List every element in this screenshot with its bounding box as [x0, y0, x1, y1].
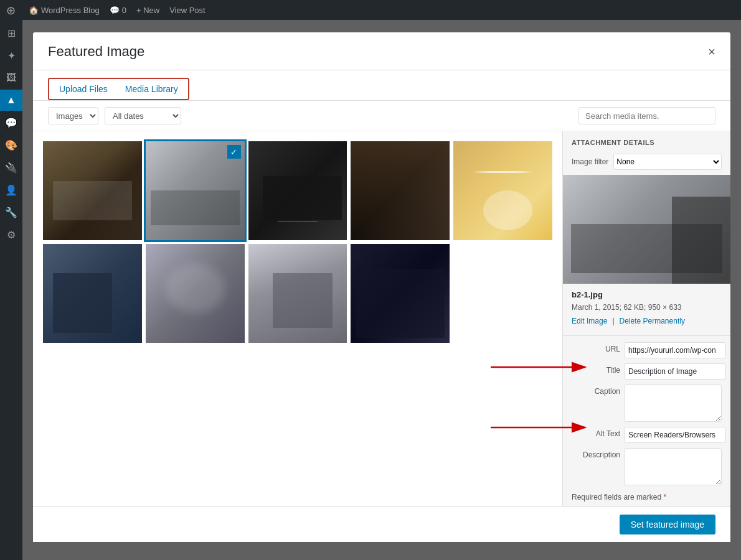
wp-logo-icon: ⊕: [6, 4, 19, 16]
attachment-filename: b2-1.jpg: [572, 290, 722, 299]
admin-bar: ⊕ 🏠 WordPress Blog 💬 0 + New View Post: [0, 0, 741, 20]
selection-checkmark: ✓: [227, 145, 241, 159]
tabs-outline: Upload Files Media Library: [48, 78, 189, 100]
media-item[interactable]: [453, 141, 552, 240]
admin-bar-view-post[interactable]: View Post: [169, 6, 205, 15]
title-label: Title: [572, 363, 620, 375]
description-field-row: Description: [563, 446, 730, 488]
modal-title: Featured Image: [48, 44, 144, 60]
edit-image-link[interactable]: Edit Image: [572, 317, 607, 325]
tab-media-library[interactable]: Media Library: [116, 80, 187, 98]
media-item[interactable]: [146, 244, 245, 343]
sidebar-icon-users[interactable]: 👤: [0, 179, 22, 200]
sidebar-icon-media[interactable]: 🖼: [0, 67, 22, 88]
description-label: Description: [572, 448, 620, 459]
modal-overlay: Featured Image × Upload Files Media Libr…: [22, 20, 741, 560]
media-item[interactable]: [248, 141, 347, 240]
alt-text-input[interactable]: [624, 427, 726, 443]
set-featured-image-button[interactable]: Set featured image: [620, 515, 715, 534]
admin-bar-site[interactable]: 🏠 WordPress Blog: [29, 6, 100, 15]
url-label: URL: [572, 342, 620, 353]
caption-label: Caption: [572, 385, 620, 396]
featured-image-modal: Featured Image × Upload Files Media Libr…: [33, 32, 730, 542]
admin-bar-comments[interactable]: 💬 0: [110, 6, 126, 15]
media-type-filter[interactable]: Images Audio Video: [48, 107, 98, 124]
search-input[interactable]: [578, 107, 715, 124]
required-star: *: [663, 493, 666, 502]
title-input[interactable]: [624, 363, 726, 380]
title-field-row: Title: [563, 361, 730, 382]
media-item[interactable]: [248, 244, 347, 343]
url-field-row: URL: [563, 340, 730, 361]
sidebar-icon-comments[interactable]: 💬: [0, 112, 22, 133]
sidebar-icon-plugins[interactable]: 🔌: [0, 157, 22, 178]
caption-textarea[interactable]: [624, 385, 722, 422]
image-filter-select[interactable]: None Grayscale Sepia: [613, 154, 722, 170]
sidebar-icon-settings[interactable]: ⚙: [0, 224, 22, 245]
sidebar-icon-appearance[interactable]: 🎨: [0, 134, 22, 156]
alt-text-field-row: Alt Text: [563, 424, 730, 446]
media-grid: ✓: [33, 131, 562, 506]
media-item[interactable]: [351, 244, 450, 343]
attachment-preview: [563, 175, 730, 284]
attachment-panel: ATTACHMENT DETAILS Image filter None Gra…: [562, 131, 730, 506]
media-item[interactable]: [43, 244, 142, 343]
modal-footer: Set featured image: [33, 506, 730, 542]
media-item-selected[interactable]: ✓: [146, 141, 245, 240]
media-item[interactable]: [351, 141, 450, 240]
media-item[interactable]: [43, 141, 142, 240]
sidebar-icon-dashboard[interactable]: ⊞: [0, 22, 22, 44]
attachment-meta: b2-1.jpg March 1, 2015; 62 KB; 950 × 633…: [563, 284, 730, 332]
attachment-panel-title: ATTACHMENT DETAILS: [563, 131, 730, 151]
url-input[interactable]: [624, 342, 726, 358]
alt-text-label: Alt Text: [572, 427, 620, 438]
delete-permanently-link[interactable]: Delete Permanently: [620, 317, 685, 325]
attachment-links: Edit Image | Delete Permanently: [572, 317, 722, 325]
image-filter-row: Image filter None Grayscale Sepia: [563, 151, 730, 175]
modal-header: Featured Image ×: [33, 32, 730, 70]
admin-sidebar: ⊞ ✦ 🖼 ▲ 💬 🎨 🔌 👤 🔧 ⚙: [0, 20, 22, 560]
media-grid-inner: ✓: [43, 141, 552, 343]
admin-bar-new[interactable]: + New: [136, 6, 159, 15]
image-filter-label: Image filter: [572, 157, 608, 166]
divider: [563, 335, 730, 336]
modal-toolbar: Images Audio Video All dates January 201…: [33, 101, 730, 131]
caption-field-row: Caption: [563, 382, 730, 424]
tab-upload-files[interactable]: Upload Files: [50, 80, 116, 98]
required-note: Required fields are marked *: [563, 488, 730, 506]
attachment-fileinfo: March 1, 2015; 62 KB; 950 × 633: [572, 302, 722, 313]
description-textarea[interactable]: [624, 448, 722, 485]
modal-body: ✓: [33, 131, 730, 506]
date-filter[interactable]: All dates January 2015 February 2015 Mar…: [105, 107, 181, 124]
modal-tabs: Upload Files Media Library: [33, 70, 730, 101]
sidebar-icon-tools[interactable]: 🔧: [0, 202, 22, 223]
sidebar-icon-posts[interactable]: ✦: [0, 45, 22, 66]
sidebar-icon-active[interactable]: ▲: [0, 90, 22, 111]
modal-close-button[interactable]: ×: [708, 45, 715, 58]
